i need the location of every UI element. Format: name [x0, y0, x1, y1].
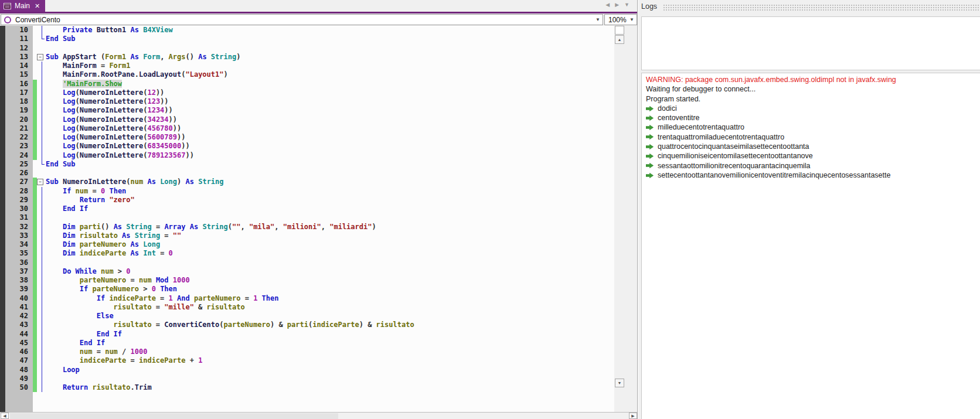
log-line: dodici: [646, 104, 980, 113]
code-line[interactable]: 44 End If: [0, 330, 614, 339]
breakpoint-margin: [0, 124, 5, 133]
line-number: 31: [5, 213, 33, 222]
code-line[interactable]: 43 risultato = ConvertiCento(parteNumero…: [0, 321, 614, 329]
line-number: 38: [5, 276, 33, 285]
code-line[interactable]: 36: [0, 258, 614, 267]
zoom-selector[interactable]: 100% ▼: [604, 14, 637, 25]
code-line[interactable]: 11End Sub: [0, 35, 614, 43]
fold-margin: [37, 276, 46, 285]
nav-forward-icon[interactable]: ▶: [615, 2, 619, 8]
change-bar: [33, 187, 37, 196]
nav-back-icon[interactable]: ◀: [605, 2, 610, 8]
change-bar: [33, 339, 37, 348]
code-line[interactable]: 41 risultato = "mille" & risultato: [0, 303, 614, 312]
log-text: sessantaottomilionitrecentoquarantacinqu…: [658, 161, 811, 171]
chevron-down-icon[interactable]: ▼: [627, 17, 637, 22]
code-line[interactable]: 25End Sub: [0, 160, 614, 169]
log-arrow-icon: [646, 163, 654, 168]
module-selector[interactable]: ConvertiCento ▼: [1, 14, 603, 25]
code-line[interactable]: 32 Dim parti() As String = Array As Stri…: [0, 223, 614, 231]
code-line[interactable]: 15 MainForm.RootPane.LoadLayout("Layout1…: [0, 70, 614, 79]
code-line[interactable]: 10 Private Button1 As B4XView: [0, 26, 614, 35]
code-line[interactable]: 24 Log(NumeroInLettere(789123567)): [0, 151, 614, 160]
line-number: 34: [5, 240, 33, 249]
change-bar: [33, 383, 37, 392]
scroll-up-icon[interactable]: ▲: [615, 35, 624, 44]
code-line[interactable]: 34 Dim parteNumero As Long: [0, 240, 614, 249]
code-line[interactable]: 21 Log(NumeroInLettere(456780)): [0, 124, 614, 133]
tab-close-icon[interactable]: ✕: [35, 2, 40, 10]
log-line: Program started.: [646, 94, 980, 104]
code-line[interactable]: 12: [0, 44, 614, 53]
code-line[interactable]: 47 indiceParte = indiceParte + 1: [0, 356, 614, 365]
code-line[interactable]: 39 If parteNumero > 0 Then: [0, 285, 614, 294]
code-line[interactable]: 20 Log(NumeroInLettere(34234)): [0, 115, 614, 124]
change-bar-empty: [33, 169, 37, 178]
code-line[interactable]: 28 If num = 0 Then: [0, 187, 614, 196]
code-line[interactable]: 29 Return "zero": [0, 196, 614, 205]
log-arrow-icon: [646, 125, 654, 130]
line-number: 12: [5, 44, 33, 53]
code-line[interactable]: 23 Log(NumeroInLettere(68345000)): [0, 142, 614, 151]
code-editor[interactable]: 10 Private Button1 As B4XView11End Sub12…: [0, 26, 614, 412]
code-line[interactable]: 17 Log(NumeroInLettere(12)): [0, 88, 614, 97]
line-number: 41: [5, 303, 33, 312]
code-line[interactable]: 40 If indiceParte = 1 And parteNumero = …: [0, 294, 614, 303]
code-line[interactable]: 16 'MainForm.Show: [0, 80, 614, 88]
logs-header[interactable]: Logs: [638, 0, 980, 13]
code-line[interactable]: 48 Loop: [0, 366, 614, 374]
code-line[interactable]: 30 End If: [0, 205, 614, 213]
scrollbar-thumb[interactable]: [615, 26, 624, 35]
editor-vertical-scrollbar[interactable]: ▲ ▼: [614, 26, 625, 412]
change-bar: [33, 205, 37, 213]
change-bar: [33, 276, 37, 285]
code-line[interactable]: 35 Dim indiceParte As Int = 0: [0, 249, 614, 258]
breakpoint-margin: [0, 133, 5, 142]
line-number: 11: [5, 35, 33, 43]
code-line[interactable]: 37 Do While num > 0: [0, 267, 614, 276]
logs-output-box[interactable]: WARNING: package com.sun.javafx.embed.sw…: [641, 73, 980, 419]
code-line[interactable]: 42 Else: [0, 312, 614, 321]
editor-horizontal-scrollbar[interactable]: ◀ ▶: [0, 412, 638, 419]
code-line[interactable]: 18 Log(NumeroInLettere(123)): [0, 97, 614, 106]
tab-strip: Main ✕ ◀ ▶ ▼: [0, 0, 638, 12]
code-line[interactable]: 13Sub AppStart (Form1 As Form, Args() As…: [0, 53, 614, 62]
fold-minus-icon[interactable]: [37, 54, 43, 60]
form-window-icon: [4, 3, 11, 9]
chevron-down-icon[interactable]: ▼: [593, 17, 603, 22]
code-line[interactable]: 22 Log(NumeroInLettere(5600789)): [0, 133, 614, 142]
fold-minus-icon[interactable]: [37, 179, 43, 185]
code-line[interactable]: 38 parteNumero = num Mod 1000: [0, 276, 614, 285]
change-bar: [33, 267, 37, 276]
scroll-right-icon[interactable]: ▶: [629, 413, 637, 419]
log-line: cinquemilioniseicentomilasettecentoottan…: [646, 151, 980, 161]
nav-more-icon[interactable]: ▼: [624, 2, 629, 8]
code-line[interactable]: 27Sub NumeroInLettere(num As Long) As St…: [0, 178, 614, 186]
line-number: 28: [5, 187, 33, 196]
breakpoint-margin: [0, 178, 5, 186]
change-bar: [33, 303, 37, 312]
change-bar: [33, 374, 37, 383]
code-line[interactable]: 50 Return risultato.Trim: [0, 383, 614, 392]
code-line[interactable]: 19 Log(NumeroInLettere(1234)): [0, 106, 614, 115]
code-line[interactable]: 45 End If: [0, 339, 614, 348]
log-text: Waiting for debugger to connect...: [646, 84, 756, 94]
logs-filter-box[interactable]: [641, 16, 980, 70]
scroll-down-icon[interactable]: ▼: [615, 379, 624, 387]
tab-main[interactable]: Main ✕: [0, 0, 45, 12]
breakpoint-margin: [0, 258, 5, 267]
code-line[interactable]: 31: [0, 213, 614, 222]
log-text: trentaquattromiladuecentotrentaquattro: [658, 132, 784, 142]
code-line[interactable]: 46 num = num / 1000: [0, 348, 614, 356]
code-line[interactable]: 14 MainForm = Form1: [0, 62, 614, 70]
fold-margin: [37, 240, 46, 249]
fold-margin: [37, 178, 46, 186]
scrollbar-thumb[interactable]: [10, 413, 338, 419]
scroll-left-icon[interactable]: ◀: [1, 413, 9, 419]
code-line[interactable]: 33 Dim risultato As String = "": [0, 231, 614, 240]
code-line[interactable]: 49: [0, 374, 614, 383]
fold-margin: [37, 223, 46, 231]
code-line[interactable]: 26: [0, 169, 614, 178]
line-number: 22: [5, 133, 33, 142]
breakpoint-margin: [0, 53, 5, 62]
